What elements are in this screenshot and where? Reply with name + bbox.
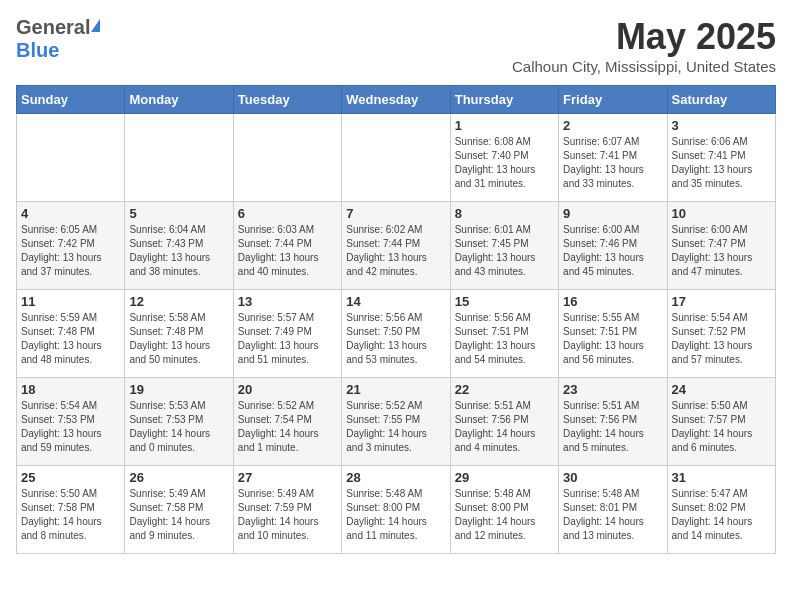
calendar-cell: 29Sunrise: 5:48 AM Sunset: 8:00 PM Dayli… [450, 466, 558, 554]
day-number: 12 [129, 294, 228, 309]
day-header-sunday: Sunday [17, 86, 125, 114]
day-info: Sunrise: 6:05 AM Sunset: 7:42 PM Dayligh… [21, 223, 120, 279]
day-info: Sunrise: 5:49 AM Sunset: 7:58 PM Dayligh… [129, 487, 228, 543]
day-info: Sunrise: 5:48 AM Sunset: 8:01 PM Dayligh… [563, 487, 662, 543]
logo-general: General [16, 16, 90, 39]
day-info: Sunrise: 6:07 AM Sunset: 7:41 PM Dayligh… [563, 135, 662, 191]
day-info: Sunrise: 5:57 AM Sunset: 7:49 PM Dayligh… [238, 311, 337, 367]
day-number: 11 [21, 294, 120, 309]
day-header-wednesday: Wednesday [342, 86, 450, 114]
day-number: 5 [129, 206, 228, 221]
calendar-cell: 5Sunrise: 6:04 AM Sunset: 7:43 PM Daylig… [125, 202, 233, 290]
calendar-cell [17, 114, 125, 202]
day-info: Sunrise: 5:54 AM Sunset: 7:53 PM Dayligh… [21, 399, 120, 455]
calendar-cell: 8Sunrise: 6:01 AM Sunset: 7:45 PM Daylig… [450, 202, 558, 290]
day-info: Sunrise: 5:48 AM Sunset: 8:00 PM Dayligh… [346, 487, 445, 543]
calendar-cell: 30Sunrise: 5:48 AM Sunset: 8:01 PM Dayli… [559, 466, 667, 554]
day-number: 30 [563, 470, 662, 485]
day-info: Sunrise: 5:56 AM Sunset: 7:50 PM Dayligh… [346, 311, 445, 367]
day-number: 22 [455, 382, 554, 397]
day-info: Sunrise: 5:53 AM Sunset: 7:53 PM Dayligh… [129, 399, 228, 455]
day-number: 23 [563, 382, 662, 397]
day-number: 24 [672, 382, 771, 397]
day-info: Sunrise: 5:58 AM Sunset: 7:48 PM Dayligh… [129, 311, 228, 367]
day-info: Sunrise: 6:04 AM Sunset: 7:43 PM Dayligh… [129, 223, 228, 279]
day-number: 16 [563, 294, 662, 309]
day-info: Sunrise: 6:00 AM Sunset: 7:47 PM Dayligh… [672, 223, 771, 279]
calendar-cell: 9Sunrise: 6:00 AM Sunset: 7:46 PM Daylig… [559, 202, 667, 290]
calendar-cell: 23Sunrise: 5:51 AM Sunset: 7:56 PM Dayli… [559, 378, 667, 466]
day-number: 7 [346, 206, 445, 221]
day-info: Sunrise: 5:54 AM Sunset: 7:52 PM Dayligh… [672, 311, 771, 367]
calendar-cell: 11Sunrise: 5:59 AM Sunset: 7:48 PM Dayli… [17, 290, 125, 378]
calendar-cell: 24Sunrise: 5:50 AM Sunset: 7:57 PM Dayli… [667, 378, 775, 466]
day-info: Sunrise: 5:52 AM Sunset: 7:54 PM Dayligh… [238, 399, 337, 455]
day-info: Sunrise: 6:08 AM Sunset: 7:40 PM Dayligh… [455, 135, 554, 191]
day-info: Sunrise: 5:51 AM Sunset: 7:56 PM Dayligh… [563, 399, 662, 455]
calendar-week-row: 18Sunrise: 5:54 AM Sunset: 7:53 PM Dayli… [17, 378, 776, 466]
day-header-friday: Friday [559, 86, 667, 114]
day-info: Sunrise: 5:51 AM Sunset: 7:56 PM Dayligh… [455, 399, 554, 455]
day-number: 18 [21, 382, 120, 397]
day-number: 8 [455, 206, 554, 221]
calendar-cell: 20Sunrise: 5:52 AM Sunset: 7:54 PM Dayli… [233, 378, 341, 466]
calendar-cell: 16Sunrise: 5:55 AM Sunset: 7:51 PM Dayli… [559, 290, 667, 378]
logo: General Blue [16, 16, 100, 62]
calendar-cell: 13Sunrise: 5:57 AM Sunset: 7:49 PM Dayli… [233, 290, 341, 378]
day-number: 28 [346, 470, 445, 485]
day-number: 4 [21, 206, 120, 221]
day-header-monday: Monday [125, 86, 233, 114]
day-info: Sunrise: 6:02 AM Sunset: 7:44 PM Dayligh… [346, 223, 445, 279]
day-info: Sunrise: 6:01 AM Sunset: 7:45 PM Dayligh… [455, 223, 554, 279]
day-info: Sunrise: 5:55 AM Sunset: 7:51 PM Dayligh… [563, 311, 662, 367]
logo-triangle-icon [91, 19, 100, 32]
day-info: Sunrise: 5:52 AM Sunset: 7:55 PM Dayligh… [346, 399, 445, 455]
calendar-cell: 26Sunrise: 5:49 AM Sunset: 7:58 PM Dayli… [125, 466, 233, 554]
day-info: Sunrise: 5:50 AM Sunset: 7:58 PM Dayligh… [21, 487, 120, 543]
day-info: Sunrise: 5:48 AM Sunset: 8:00 PM Dayligh… [455, 487, 554, 543]
day-info: Sunrise: 6:06 AM Sunset: 7:41 PM Dayligh… [672, 135, 771, 191]
calendar-cell: 12Sunrise: 5:58 AM Sunset: 7:48 PM Dayli… [125, 290, 233, 378]
calendar-header-row: SundayMondayTuesdayWednesdayThursdayFrid… [17, 86, 776, 114]
day-info: Sunrise: 5:59 AM Sunset: 7:48 PM Dayligh… [21, 311, 120, 367]
day-number: 25 [21, 470, 120, 485]
month-title: May 2025 [512, 16, 776, 58]
calendar-cell: 2Sunrise: 6:07 AM Sunset: 7:41 PM Daylig… [559, 114, 667, 202]
calendar-cell: 17Sunrise: 5:54 AM Sunset: 7:52 PM Dayli… [667, 290, 775, 378]
calendar-cell: 18Sunrise: 5:54 AM Sunset: 7:53 PM Dayli… [17, 378, 125, 466]
day-number: 1 [455, 118, 554, 133]
day-info: Sunrise: 5:56 AM Sunset: 7:51 PM Dayligh… [455, 311, 554, 367]
calendar-cell [125, 114, 233, 202]
calendar-cell: 14Sunrise: 5:56 AM Sunset: 7:50 PM Dayli… [342, 290, 450, 378]
day-number: 19 [129, 382, 228, 397]
calendar-cell: 15Sunrise: 5:56 AM Sunset: 7:51 PM Dayli… [450, 290, 558, 378]
calendar-cell: 27Sunrise: 5:49 AM Sunset: 7:59 PM Dayli… [233, 466, 341, 554]
calendar-cell: 25Sunrise: 5:50 AM Sunset: 7:58 PM Dayli… [17, 466, 125, 554]
page-header: General Blue May 2025 Calhoun City, Miss… [16, 16, 776, 75]
calendar-cell: 3Sunrise: 6:06 AM Sunset: 7:41 PM Daylig… [667, 114, 775, 202]
day-number: 2 [563, 118, 662, 133]
calendar-cell [233, 114, 341, 202]
day-number: 14 [346, 294, 445, 309]
day-number: 26 [129, 470, 228, 485]
day-info: Sunrise: 6:00 AM Sunset: 7:46 PM Dayligh… [563, 223, 662, 279]
location-title: Calhoun City, Mississippi, United States [512, 58, 776, 75]
day-number: 17 [672, 294, 771, 309]
title-section: May 2025 Calhoun City, Mississippi, Unit… [512, 16, 776, 75]
calendar-cell: 6Sunrise: 6:03 AM Sunset: 7:44 PM Daylig… [233, 202, 341, 290]
day-number: 13 [238, 294, 337, 309]
day-number: 3 [672, 118, 771, 133]
calendar-cell: 28Sunrise: 5:48 AM Sunset: 8:00 PM Dayli… [342, 466, 450, 554]
day-number: 29 [455, 470, 554, 485]
day-header-thursday: Thursday [450, 86, 558, 114]
day-number: 6 [238, 206, 337, 221]
calendar-cell: 19Sunrise: 5:53 AM Sunset: 7:53 PM Dayli… [125, 378, 233, 466]
day-number: 21 [346, 382, 445, 397]
day-number: 9 [563, 206, 662, 221]
day-number: 27 [238, 470, 337, 485]
day-info: Sunrise: 5:50 AM Sunset: 7:57 PM Dayligh… [672, 399, 771, 455]
logo-blue: Blue [16, 39, 59, 61]
calendar-cell: 4Sunrise: 6:05 AM Sunset: 7:42 PM Daylig… [17, 202, 125, 290]
calendar-cell: 10Sunrise: 6:00 AM Sunset: 7:47 PM Dayli… [667, 202, 775, 290]
calendar-cell: 1Sunrise: 6:08 AM Sunset: 7:40 PM Daylig… [450, 114, 558, 202]
